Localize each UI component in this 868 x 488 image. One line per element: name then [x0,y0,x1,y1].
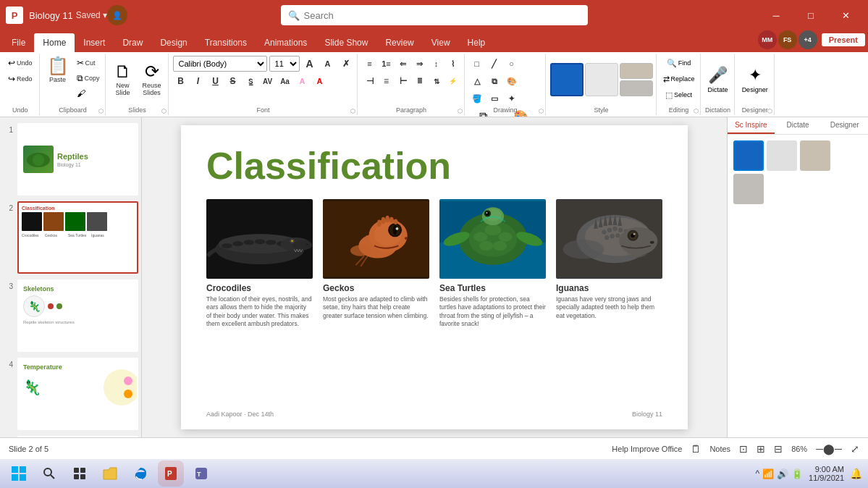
style-swatch-4[interactable] [733,174,764,204]
add-columns-button[interactable]: ⌇ [445,56,461,72]
presenter-view-icon[interactable]: ⊟ [774,443,783,455]
rp-tab-dictate[interactable]: Dictate [775,117,822,134]
decrease-indent-button[interactable]: ⇐ [395,56,411,72]
teams-button[interactable]: T [188,460,214,487]
slide-thumb-5[interactable]: 5 [3,436,138,437]
highlight-button[interactable]: A [295,73,311,89]
style-swatch-blue[interactable] [550,63,583,96]
numbering-button[interactable]: 1≡ [379,56,395,72]
paste-button[interactable]: 📋 Paste [44,56,72,85]
bullets-button[interactable]: ≡ [362,56,378,72]
text-direction-button[interactable]: ⇅ [429,73,444,89]
tab-home[interactable]: Home [34,33,75,52]
slide-thumb-2[interactable]: 2 Classification Crocodiles Geckos Sea T… [3,201,138,274]
drawing-expand-icon[interactable]: ⬡ [539,108,544,114]
maximize-button[interactable]: □ [794,4,827,27]
tab-animations[interactable]: Animations [256,33,316,52]
arrange-button[interactable]: ⧉ [486,73,502,89]
increase-indent-button[interactable]: ⇒ [412,56,428,72]
style-swatch-gray3[interactable] [620,80,653,96]
slides-expand-icon[interactable]: ⬡ [161,108,167,114]
taskbar-search-button[interactable] [36,460,62,487]
shape-effects-button[interactable]: ✦ [504,91,520,106]
zoom-slider-icon[interactable]: ─⬤─ [816,443,842,455]
paragraph-expand-icon[interactable]: ⬡ [458,108,463,114]
tab-design[interactable]: Design [151,33,195,52]
clear-format-button[interactable]: ✗ [338,56,354,72]
tab-file[interactable]: File [3,33,34,52]
wifi-icon[interactable]: 📶 [762,468,774,479]
search-input[interactable] [304,10,581,21]
task-view-button[interactable] [67,460,93,487]
tab-help[interactable]: Help [459,33,494,52]
cut-button[interactable]: ✂ Cut [75,56,102,70]
minimize-button[interactable]: ─ [759,4,793,27]
bold-button[interactable]: B [173,73,189,89]
select-button[interactable]: ⬚Select [663,88,694,102]
chevron-up-icon[interactable]: ^ [755,468,759,479]
slide-preview-2[interactable]: Classification Crocodiles Geckos Sea Tur… [17,201,138,274]
style-swatch-3[interactable] [800,140,830,171]
dictate-button[interactable]: 🎤 Dictate [705,64,731,95]
undo-button[interactable]: ↩ Undo [6,56,35,70]
style-swatch-gray2[interactable] [620,63,653,79]
shape3-button[interactable]: ○ [504,56,520,72]
designer-button[interactable]: ✦ Designer [739,64,771,95]
slide-preview-4[interactable]: Temperature 🦎 [17,358,138,430]
volume-icon[interactable]: 🔊 [777,468,788,479]
present-button[interactable]: Present [822,33,865,46]
copy-button[interactable]: ⧉ Copy [75,71,102,85]
find-button[interactable]: 🔍Find [665,56,694,70]
align-right-button[interactable]: ⊢ [395,73,411,89]
slide-thumb-3[interactable]: 3 Skeletons 🦎 Reptile skeleton structure… [3,279,138,352]
style-swatch-gray1[interactable] [585,63,618,96]
smartart-button[interactable]: ⚡ [445,73,461,89]
file-explorer-button[interactable] [97,460,123,487]
font-expand-icon[interactable]: ⬡ [350,108,355,114]
slide-thumb-1[interactable]: 1 Reptiles Biology 11 [3,123,138,195]
reuse-slides-button[interactable]: ⟳ ReuseSlides [139,62,165,98]
change-case-button[interactable]: Aa [277,73,293,89]
designer-expand-icon[interactable]: ⬡ [767,108,772,114]
tab-review[interactable]: Review [376,33,422,52]
battery-icon[interactable]: 🔋 [791,468,803,479]
justify-button[interactable]: ≣ [412,73,428,89]
align-center-button[interactable]: ≡ [379,73,395,89]
italic-button[interactable]: I [190,73,206,89]
style-swatch-2[interactable] [767,140,797,171]
font-family-select[interactable]: Calibri (Body) [173,56,267,72]
grid-view-icon[interactable]: ⊞ [757,443,765,455]
slide-thumb-4[interactable]: 4 Temperature 🦎 [3,358,138,430]
shape-button[interactable]: □ [469,56,485,72]
tab-draw[interactable]: Draw [114,33,151,52]
slide-preview-3[interactable]: Skeletons 🦎 Reptile skeleton structures [17,279,138,352]
replace-button[interactable]: ⇄Replace [661,72,697,86]
tab-transitions[interactable]: Transitions [196,33,256,52]
shape-outline-button[interactable]: ▭ [486,91,502,106]
editing-expand-icon[interactable]: ⬡ [694,108,699,114]
close-button[interactable]: ✕ [829,4,862,27]
new-slide-button[interactable]: 🗋 NewSlide [110,62,136,98]
char-spacing-button[interactable]: AV [260,73,276,89]
slide-preview-5[interactable] [17,436,138,437]
notification-icon[interactable]: 🔔 [850,468,862,479]
slide-preview-1[interactable]: Reptiles Biology 11 [17,123,138,195]
quick-styles-button[interactable]: 🎨 [504,73,520,89]
format-painter-button[interactable]: 🖌 [75,86,102,101]
underline-button[interactable]: U [208,73,224,89]
edge-button[interactable] [127,460,153,487]
slide-view-icon[interactable]: ⊡ [739,443,748,455]
clipboard-expand-icon[interactable]: ⬡ [98,108,104,114]
rp-tab-designer[interactable]: Designer [821,117,868,134]
start-button[interactable] [6,460,32,487]
shadow-button[interactable]: S̲ [243,73,258,89]
notes-label[interactable]: Notes [709,445,730,453]
user-avatar[interactable]: 👤 [107,5,127,25]
shape-fill-button[interactable]: 🪣 [469,91,485,106]
shape2-button[interactable]: ╱ [486,56,502,72]
line-spacing-button[interactable]: ↕ [429,56,444,72]
shape4-button[interactable]: △ [469,73,485,89]
align-left-button[interactable]: ⊣ [362,73,378,89]
tab-slideshow[interactable]: Slide Show [316,33,376,52]
font-size-select[interactable]: 11 [269,56,300,72]
